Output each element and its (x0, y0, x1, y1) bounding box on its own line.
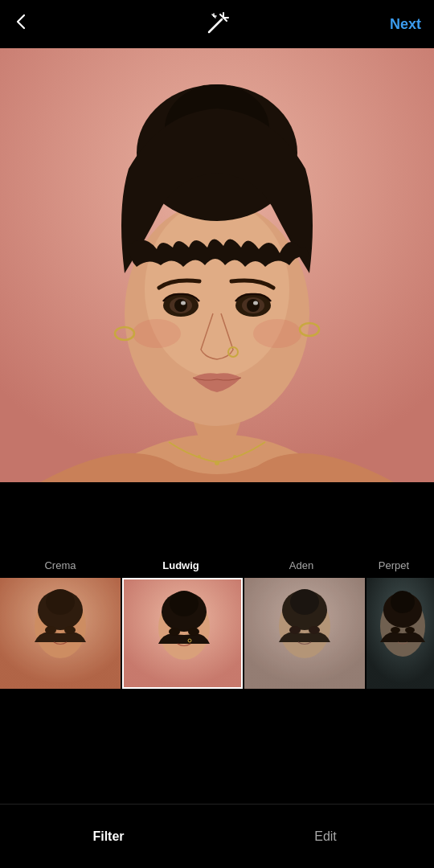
filter-thumb-ludwig[interactable] (122, 578, 243, 689)
svg-point-46 (188, 628, 199, 636)
filter-label-crema[interactable]: Crema (0, 559, 121, 571)
filter-thumb-perpetua[interactable] (366, 578, 434, 689)
filter-thumb-aden[interactable] (244, 578, 365, 689)
filter-section: Crema Ludwig Aden Perpet (0, 547, 434, 695)
svg-point-29 (215, 461, 219, 465)
bottom-tabs: Filter Edit (0, 804, 434, 868)
filter-label-ludwig[interactable]: Ludwig (121, 559, 241, 571)
svg-point-45 (169, 628, 180, 636)
svg-line-0 (209, 19, 222, 32)
svg-point-31 (233, 455, 236, 458)
tab-edit-label: Edit (314, 829, 337, 844)
filter-thumb-crema[interactable] (0, 578, 121, 689)
filter-labels-row: Crema Ludwig Aden Perpet (0, 559, 434, 578)
filter-label-perpetua[interactable]: Perpet (362, 559, 426, 571)
svg-point-22 (247, 299, 260, 312)
svg-point-13 (145, 201, 289, 378)
svg-point-62 (405, 627, 415, 633)
svg-point-61 (391, 627, 400, 633)
svg-point-60 (391, 591, 415, 613)
tab-filter[interactable]: Filter (0, 805, 217, 868)
svg-point-30 (198, 455, 201, 458)
svg-point-44 (170, 591, 199, 616)
filter-label-aden[interactable]: Aden (241, 559, 362, 571)
svg-point-23 (253, 301, 258, 305)
svg-point-25 (133, 319, 181, 348)
header: Next (0, 0, 434, 48)
svg-point-19 (181, 301, 186, 305)
filter-thumbnails-row (0, 578, 434, 689)
tab-filter-label: Filter (92, 829, 124, 844)
main-photo (0, 48, 434, 482)
main-image-container (0, 48, 434, 482)
mid-spacer (0, 482, 434, 547)
svg-point-26 (253, 319, 301, 348)
tab-edit[interactable]: Edit (217, 805, 434, 868)
svg-rect-39 (0, 578, 121, 689)
back-button[interactable] (13, 13, 31, 35)
next-button[interactable]: Next (390, 16, 421, 33)
svg-point-18 (174, 299, 187, 312)
magic-wand-icon[interactable] (204, 11, 230, 37)
svg-rect-55 (244, 578, 365, 689)
